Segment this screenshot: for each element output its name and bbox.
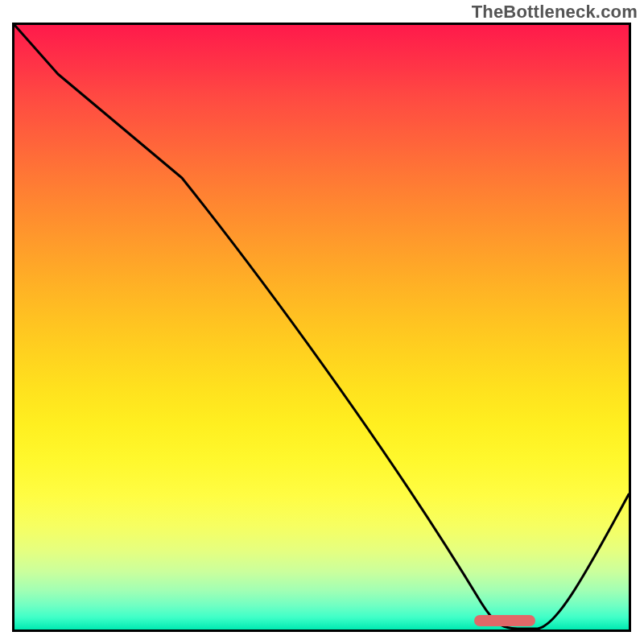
minimum-marker — [474, 615, 535, 626]
chart-plot-area — [12, 23, 631, 632]
watermark-text: TheBottleneck.com — [472, 2, 638, 23]
bottleneck-curve-path — [14, 25, 629, 629]
chart-line-series — [14, 25, 629, 630]
